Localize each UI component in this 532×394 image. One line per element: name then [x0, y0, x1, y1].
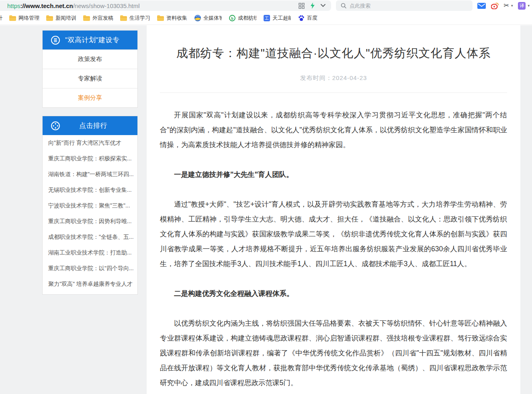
- article-paragraph: 通过"教授+大师"、"技艺+设计"育人模式，以及开辟劳动实践教育基地等方式，大力…: [160, 197, 507, 271]
- bookmark-item[interactable]: 网络管理: [9, 14, 39, 22]
- article-body: 开展国家"双高"计划建设以来，成都纺织高等专科学校深入学习贯彻习近平文化思想，准…: [160, 108, 507, 394]
- green-b-icon: b: [229, 14, 235, 21]
- bookmark-label: 外宣发稿: [92, 14, 113, 22]
- ranking-item[interactable]: 重庆工商职业学院：因势利导唯...: [43, 213, 137, 229]
- mail-icon[interactable]: [477, 3, 486, 9]
- svg-text:工: 工: [265, 16, 269, 21]
- lightning-icon[interactable]: [310, 2, 315, 9]
- bookmark-item[interactable]: 生活学习: [120, 14, 150, 22]
- chevron-down-icon[interactable]: [321, 4, 325, 7]
- bookmark-item[interactable]: 工天工超能: [263, 14, 291, 22]
- article-paragraph: 以优秀纺织文化内涵为主线，将纺织强国大任等品格要素、衣被天下等纺织情怀、针心针意…: [160, 316, 507, 390]
- article-subheading: 二是构建优秀文化全程融入课程体系。: [160, 286, 507, 301]
- folder-icon: [9, 14, 16, 21]
- bookmark-label: 全媒体智: [203, 14, 222, 22]
- translate-caret-icon[interactable]: ▾: [528, 4, 530, 8]
- bookmark-item[interactable]: 全媒体智: [194, 14, 222, 22]
- search-bar[interactable]: [336, 0, 473, 11]
- ranking-item[interactable]: 重庆工商职业学院：积极探索实...: [43, 151, 137, 166]
- bookmark-item[interactable]: 百度: [298, 14, 317, 22]
- folder-icon: [46, 14, 53, 21]
- url-scheme: https: [7, 2, 20, 9]
- url-path: /news/show-103035.html: [73, 2, 140, 9]
- translate-icon[interactable]: 译: [518, 2, 526, 10]
- ranking-item[interactable]: 宁波职业技术学院：聚焦"三教"...: [43, 198, 137, 213]
- publish-date: 发布时间：2024-04-23: [160, 74, 507, 93]
- ranking-item[interactable]: 湖南铁道：构建"一桥两域三环四...: [43, 166, 137, 182]
- bookmark-label: 新闻培训: [55, 14, 76, 22]
- bookmark-label: 资料收集: [166, 14, 187, 22]
- bookmark-label: 网络管理: [18, 14, 39, 22]
- bookmark-label: 成都纺织: [238, 14, 256, 22]
- baidu-icon: [298, 14, 305, 21]
- ranking-item[interactable]: 重庆工商职业学院：以"四个导向...: [43, 261, 137, 276]
- nav-item[interactable]: 案例分享: [43, 88, 137, 107]
- globe-icon: [194, 14, 201, 21]
- browser-top-bar: https://www.tech.net.cn/news/show-103035…: [0, 0, 532, 11]
- qr-code-icon[interactable]: [299, 3, 305, 9]
- article-subheading: 一是建立德技并修"大先生"育人团队。: [160, 167, 507, 182]
- clipped-bookmark[interactable]: 十: [0, 14, 2, 22]
- search-input[interactable]: [350, 3, 454, 9]
- nav-header: "双高计划"建设专: [43, 31, 137, 49]
- blue-gong-icon: 工: [263, 14, 270, 21]
- folder-icon: [83, 14, 90, 21]
- click-ranking: 点击排行 向"新"而行 育大湾区汽车优才重庆工商职业学院：积极探索实...湖南铁…: [42, 116, 138, 295]
- svg-text:b: b: [231, 16, 233, 20]
- ranking-title: 点击排行: [65, 121, 137, 130]
- article-panel: 成都纺专：构建"道技融合·以文化人"优秀纺织文化育人体系 发布时间：2024-0…: [147, 25, 520, 394]
- article-paragraph: 开展国家"双高"计划建设以来，成都纺织高等专科学校深入学习贯彻习近平文化思想，准…: [160, 108, 507, 152]
- nav-item[interactable]: 专家解读: [43, 69, 137, 88]
- ranking-item[interactable]: 向"新"而行 育大湾区汽车优才: [43, 135, 137, 151]
- bookmarks-bar: 十 网络管理新闻培训外宣发稿生活学习资料收集全媒体智b成都纺织工天工超能百度: [0, 11, 532, 25]
- nav-title: "双高计划"建设专: [65, 35, 120, 45]
- scissors-icon[interactable]: ✂: [504, 2, 509, 9]
- special-topic-nav: "双高计划"建设专 政策发布专家解读案例分享: [42, 30, 138, 108]
- url-host: ://www.tech.net.cn: [20, 2, 73, 9]
- nav-item[interactable]: 政策发布: [43, 49, 137, 69]
- bookmark-item[interactable]: b成都纺织: [229, 14, 256, 22]
- compass-circle-icon: [51, 121, 60, 131]
- list-circle-icon: [51, 35, 60, 45]
- url-text[interactable]: https://www.tech.net.cn/news/show-103035…: [0, 2, 140, 9]
- bookmark-item[interactable]: 资料收集: [157, 14, 187, 22]
- ranking-item[interactable]: 聚力"双高" 培养卓越康养专业人才: [43, 276, 137, 292]
- search-icon: [341, 3, 346, 8]
- address-bar[interactable]: https://www.tech.net.cn/news/show-103035…: [0, 0, 331, 11]
- bookmark-item[interactable]: 新闻培训: [46, 14, 76, 22]
- bookmark-label: 生活学习: [129, 14, 150, 22]
- article-title: 成都纺专：构建"道技融合·以文化人"优秀纺织文化育人体系: [160, 45, 507, 62]
- web-page: "双高计划"建设专 政策发布专家解读案例分享 点击排行 向"新"而行 育大湾区汽…: [0, 25, 532, 394]
- folder-icon: [157, 14, 164, 21]
- ranking-item[interactable]: 湖南工业职业技术学院：打造助...: [43, 245, 137, 261]
- scissors-caret-icon[interactable]: ▾: [511, 4, 513, 8]
- bookmark-label: 天工超能: [272, 14, 291, 22]
- ranking-header: 点击排行: [43, 116, 137, 135]
- bookmark-item[interactable]: 外宣发稿: [83, 14, 113, 22]
- ranking-item[interactable]: 成都职业技术学院："全链条、五...: [43, 229, 137, 245]
- ranking-item[interactable]: 无锡职业技术学院：创新专业集...: [43, 182, 137, 198]
- folder-icon: [120, 14, 127, 21]
- weibo-icon[interactable]: [491, 2, 499, 9]
- bookmark-label: 百度: [307, 14, 317, 22]
